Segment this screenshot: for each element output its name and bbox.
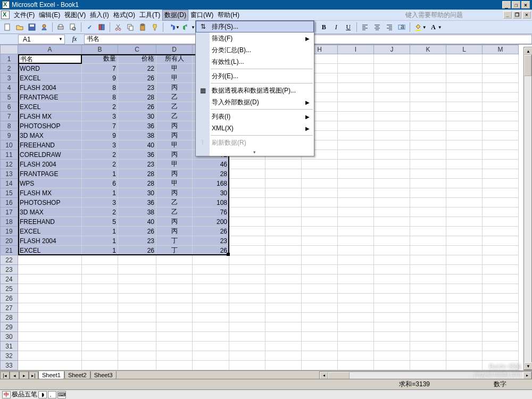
fill-color-button[interactable] (413, 22, 423, 32)
row-header[interactable]: 24 (0, 275, 18, 284)
cell[interactable] (156, 255, 193, 265)
cell[interactable] (410, 131, 446, 140)
cell[interactable] (193, 294, 229, 303)
cell[interactable] (338, 140, 374, 150)
col-header-L[interactable]: L (446, 45, 483, 54)
cell[interactable]: 23 (118, 83, 156, 93)
cell[interactable]: 3 (82, 112, 118, 121)
cell[interactable] (156, 284, 193, 294)
minimize-button[interactable]: _ (502, 1, 511, 9)
cell[interactable] (156, 351, 193, 361)
cell[interactable] (410, 93, 446, 102)
cell[interactable]: 2 (82, 102, 118, 112)
menu-help[interactable]: 帮助(H) (215, 10, 242, 21)
cell[interactable] (410, 294, 446, 303)
save-button[interactable] (27, 22, 37, 32)
excel-doc-icon[interactable] (1, 11, 10, 19)
cell[interactable] (446, 294, 483, 303)
cell[interactable]: 甲 (156, 140, 193, 150)
cell[interactable] (302, 188, 338, 198)
cell[interactable]: 所有人 (156, 54, 193, 64)
align-right-button[interactable] (384, 22, 395, 32)
cell[interactable] (483, 361, 519, 370)
cell[interactable] (338, 236, 374, 246)
cell[interactable] (302, 294, 338, 303)
cell[interactable] (446, 73, 483, 83)
row-header[interactable]: 28 (0, 313, 18, 322)
cell[interactable] (410, 246, 446, 255)
cell[interactable] (82, 275, 118, 284)
cell[interactable] (374, 342, 410, 351)
cell[interactable] (374, 246, 410, 255)
cell[interactable] (338, 332, 374, 342)
underline-button[interactable]: U (343, 22, 354, 32)
cell[interactable] (410, 207, 446, 217)
cell[interactable] (483, 150, 519, 160)
cell[interactable]: 22 (118, 64, 156, 73)
name-box[interactable]: A1▼ (18, 35, 65, 44)
cell[interactable] (82, 332, 118, 342)
cell[interactable]: 30 (118, 112, 156, 121)
cell[interactable] (410, 54, 446, 64)
row-header[interactable]: 32 (0, 351, 18, 361)
menu-validation[interactable]: 有效性(L)... (196, 56, 314, 68)
cell[interactable] (265, 160, 302, 169)
cell[interactable] (229, 275, 265, 284)
cell[interactable]: 甲 (156, 179, 193, 188)
menu-window[interactable]: 窗口(W) (188, 10, 215, 21)
cell[interactable] (18, 265, 82, 275)
cell[interactable] (374, 294, 410, 303)
cell[interactable]: 7 (82, 121, 118, 131)
cell[interactable] (410, 322, 446, 332)
cell[interactable] (338, 246, 374, 255)
cell[interactable] (374, 169, 410, 179)
col-header-I[interactable]: I (338, 45, 374, 54)
scroll-right-button[interactable]: ▸ (523, 372, 531, 379)
cell[interactable] (302, 160, 338, 169)
cell[interactable] (410, 83, 446, 93)
cell[interactable] (374, 265, 410, 275)
cell[interactable] (118, 255, 156, 265)
cell[interactable] (338, 198, 374, 207)
cell[interactable] (193, 265, 229, 275)
scroll-left-button[interactable]: ◂ (320, 372, 328, 379)
cell[interactable] (374, 64, 410, 73)
cell[interactable] (338, 217, 374, 227)
italic-button[interactable]: I (331, 22, 342, 32)
cell[interactable]: 23 (118, 160, 156, 169)
row-header[interactable]: 25 (0, 284, 18, 294)
cell[interactable] (229, 217, 265, 227)
cell[interactable] (265, 351, 302, 361)
cell[interactable] (82, 342, 118, 351)
cell[interactable] (193, 361, 229, 370)
open-button[interactable] (14, 22, 25, 32)
row-header[interactable]: 23 (0, 265, 18, 275)
cell[interactable] (302, 169, 338, 179)
cell[interactable] (410, 217, 446, 227)
vertical-scrollbar[interactable]: ▲ ▼ (523, 47, 532, 370)
cell[interactable] (483, 169, 519, 179)
cell[interactable] (265, 303, 302, 313)
cell[interactable] (118, 361, 156, 370)
cell[interactable]: 丙 (156, 227, 193, 236)
cell[interactable] (338, 294, 374, 303)
cell[interactable]: CORELDRAW (18, 150, 82, 160)
cell[interactable] (156, 265, 193, 275)
cell[interactable]: EXCEL (18, 227, 82, 236)
cell[interactable] (265, 361, 302, 370)
cell[interactable] (118, 294, 156, 303)
cell[interactable] (229, 265, 265, 275)
cell[interactable] (446, 303, 483, 313)
row-header[interactable]: 20 (0, 236, 18, 246)
cell[interactable] (229, 332, 265, 342)
col-header-B[interactable]: B (82, 45, 118, 54)
fx-button[interactable]: fx (65, 35, 84, 43)
cell[interactable] (338, 255, 374, 265)
cell[interactable] (374, 207, 410, 217)
cell[interactable]: 2 (82, 207, 118, 217)
cell[interactable] (446, 207, 483, 217)
cell[interactable] (483, 83, 519, 93)
cell[interactable]: 1 (82, 246, 118, 255)
cell[interactable] (410, 140, 446, 150)
cell[interactable] (374, 236, 410, 246)
